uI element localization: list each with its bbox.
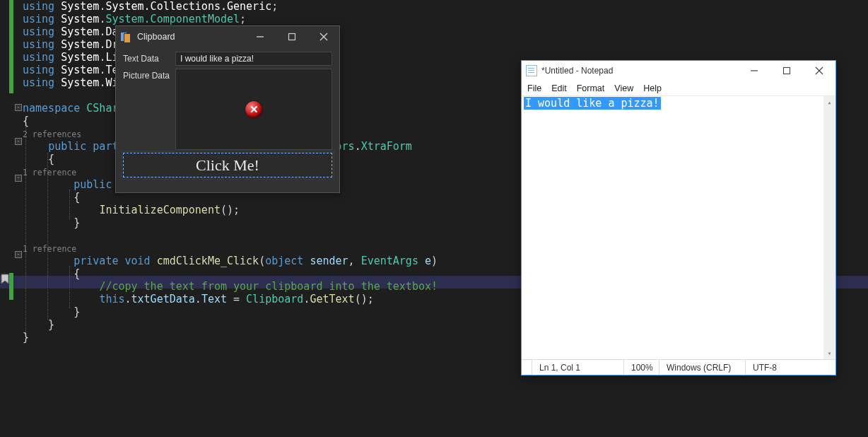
code-text: object <box>265 255 303 267</box>
minimize-button[interactable] <box>244 26 276 47</box>
status-bar: Ln 1, Col 1 100% Windows (CRLF) UTF-8 <box>522 359 835 375</box>
selected-text: I would like a pizza! <box>524 97 661 110</box>
scroll-down-icon[interactable]: ▾ <box>823 347 835 359</box>
maximize-button[interactable] <box>770 61 803 81</box>
code-text: void <box>125 255 151 267</box>
codelens[interactable]: 1 reference <box>23 168 76 177</box>
menu-edit[interactable]: Edit <box>551 83 567 93</box>
error-icon: ✕ <box>245 101 262 118</box>
code-text: Clipboard <box>246 293 303 305</box>
close-button[interactable] <box>307 26 339 47</box>
code-text: txtGetData <box>131 293 195 305</box>
code-text: sender <box>310 255 348 267</box>
text-area[interactable]: I would like a pizza! ▴ ▾ <box>522 96 835 359</box>
code-text: InitializeComponent <box>99 204 221 216</box>
titlebar[interactable]: Clipboard <box>116 26 339 47</box>
code-text: System.Collections.Generic <box>105 0 271 13</box>
titlebar[interactable]: *Untitled - Notepad <box>522 61 835 81</box>
app-icon <box>120 32 133 42</box>
text-data-input[interactable] <box>175 52 332 66</box>
svg-rect-5 <box>784 68 790 74</box>
close-button[interactable] <box>803 61 835 81</box>
window-title: *Untitled - Notepad <box>541 66 613 76</box>
fold-toggle[interactable]: - <box>15 138 22 145</box>
code-text: XtraForm <box>361 140 412 153</box>
menu-bar: File Edit Format View Help <box>522 81 835 96</box>
notepad-window[interactable]: *Untitled - Notepad File Edit Format Vie… <box>521 60 836 375</box>
status-encoding: UTF-8 <box>745 360 835 375</box>
picture-data-label: Picture Data <box>123 69 175 81</box>
code-text: cmdClickMe_Click <box>157 255 259 267</box>
status-zoom: 100% <box>623 360 659 375</box>
fold-toggle[interactable]: - <box>15 251 22 258</box>
fold-toggle[interactable]: - <box>15 175 22 182</box>
text-data-label: Text Data <box>123 52 175 64</box>
bookmark-icon <box>0 274 10 284</box>
picture-data-box: ✕ <box>175 69 332 150</box>
maximize-button[interactable] <box>276 26 307 47</box>
fold-toggle[interactable]: - <box>15 104 22 111</box>
click-me-button[interactable]: Click Me! <box>123 153 332 177</box>
scroll-up-icon[interactable]: ▴ <box>823 96 835 108</box>
code-text: EventArgs <box>361 255 418 267</box>
menu-view[interactable]: View <box>614 83 633 93</box>
code-comment: //copy the text from your clipboard into… <box>99 280 438 293</box>
status-position: Ln 1, Col 1 <box>532 360 623 375</box>
codelens[interactable]: 2 references <box>23 129 81 139</box>
menu-help[interactable]: Help <box>643 83 662 93</box>
code-text: GetText <box>310 293 354 305</box>
code-text: public <box>74 178 112 191</box>
menu-file[interactable]: File <box>527 83 541 93</box>
menu-format[interactable]: Format <box>577 83 605 93</box>
code-text: e <box>425 255 431 267</box>
svg-rect-1 <box>288 34 295 40</box>
code-text: private <box>74 255 118 267</box>
code-text: this <box>99 293 124 305</box>
scrollbar-vertical[interactable]: ▴ ▾ <box>823 96 835 359</box>
codelens[interactable]: 1 reference <box>23 244 76 254</box>
window-title: Clipboard <box>137 32 175 42</box>
clipboard-window[interactable]: Clipboard Text Data Picture Data ✕ Click… <box>115 25 340 193</box>
minimize-button[interactable] <box>738 61 770 81</box>
code-text: System.ComponentModel <box>105 13 240 25</box>
notepad-icon <box>526 65 537 76</box>
code-text: Text <box>201 293 227 305</box>
status-lineend: Windows (CRLF) <box>659 360 745 375</box>
